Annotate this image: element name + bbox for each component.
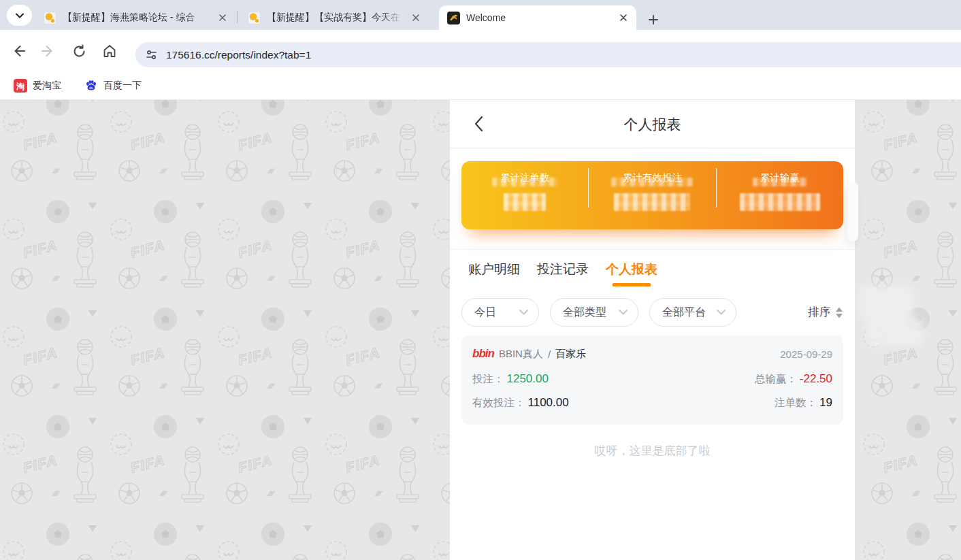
platform-filter-value: 全部平台 bbox=[662, 306, 706, 320]
censored-value bbox=[614, 193, 690, 211]
tab-title: 【新提醒】【实战有奖】今天在 bbox=[267, 12, 406, 24]
tab-bet-records[interactable]: 投注记录 bbox=[537, 250, 589, 289]
home-button[interactable] bbox=[97, 38, 123, 64]
plus-icon bbox=[649, 15, 658, 24]
bookmarks-bar: 淘 爱淘宝 du 百度一下 bbox=[0, 71, 961, 100]
forward-arrow-icon bbox=[41, 44, 56, 59]
tab-title: 【新提醒】海燕策略论坛 - 综合 bbox=[63, 12, 212, 24]
record-bet-row: 投注： 1250.00 总输赢： -22.50 bbox=[472, 372, 832, 386]
tab-welcome-active[interactable]: Welcome bbox=[439, 5, 636, 30]
winloss-label: 总输赢： bbox=[755, 372, 797, 386]
bookmark-label: 百度一下 bbox=[103, 80, 142, 92]
censored-area bbox=[859, 286, 913, 320]
type-filter-dropdown[interactable]: 全部类型 bbox=[550, 298, 638, 327]
censored-value bbox=[492, 178, 557, 186]
valid-bet-label: 有效投注： bbox=[472, 396, 525, 410]
forum-favicon-icon bbox=[248, 12, 261, 24]
record-separator: / bbox=[548, 348, 551, 360]
forward-button[interactable] bbox=[35, 38, 61, 64]
url-text: 175616.cc/reports/index?tab=1 bbox=[166, 49, 311, 61]
chevron-down-icon bbox=[16, 13, 24, 18]
record-header-row: bbin BBIN真人 / 百家乐 2025-09-29 bbox=[472, 347, 832, 361]
censored-value bbox=[753, 178, 807, 186]
chevron-down-icon bbox=[619, 310, 628, 315]
svg-text:du: du bbox=[89, 85, 93, 89]
filter-row: 今日 全部类型 全部平台 排序 bbox=[450, 289, 855, 335]
censored-area bbox=[866, 316, 923, 346]
svg-text:淘: 淘 bbox=[16, 81, 25, 90]
bet-count-label: 注单数： bbox=[775, 396, 817, 410]
stat-total-valid-bets: 累计有效投注 bbox=[589, 161, 715, 229]
censored-value bbox=[740, 193, 820, 211]
bbin-logo: bbin bbox=[472, 347, 494, 361]
summary-section: 累计注单数 累计有效投注 累计输赢 bbox=[450, 148, 855, 249]
next-card-peek[interactable] bbox=[847, 182, 858, 242]
censored-value bbox=[611, 178, 693, 186]
tab-divider bbox=[237, 11, 238, 23]
valid-bet-value: 1100.00 bbox=[528, 396, 569, 410]
browser-window: 【新提醒】海燕策略论坛 - 综合 【新提醒】【实战有奖】今天在 bbox=[0, 0, 961, 560]
bookmark-baidu[interactable]: du 百度一下 bbox=[79, 76, 147, 95]
stat-total-bets-count: 累计注单数 bbox=[461, 161, 588, 229]
page-content: FIFA bbox=[0, 100, 961, 560]
back-arrow-icon bbox=[11, 44, 26, 59]
bet-value: 1250.00 bbox=[507, 372, 549, 386]
tab-personal-report[interactable]: 个人报表 bbox=[606, 250, 657, 289]
tab-forum-2[interactable]: 【新提醒】【实战有奖】今天在 bbox=[240, 5, 429, 30]
tab-search-button[interactable] bbox=[7, 5, 32, 26]
home-icon bbox=[102, 44, 117, 59]
tab-close-icon[interactable] bbox=[410, 12, 422, 24]
record-valid-row: 有效投注： 1100.00 注单数： 19 bbox=[472, 396, 832, 410]
tab-title: Welcome bbox=[466, 12, 613, 23]
back-chevron-button[interactable] bbox=[469, 115, 488, 134]
tab-close-icon[interactable] bbox=[617, 12, 630, 24]
reload-icon bbox=[72, 44, 86, 59]
bookmark-label: 爱淘宝 bbox=[33, 80, 61, 92]
reload-button[interactable] bbox=[66, 38, 92, 64]
tab-strip: 【新提醒】海燕策略论坛 - 综合 【新提醒】【实战有奖】今天在 bbox=[0, 0, 961, 30]
record-platform: BBIN真人 bbox=[499, 348, 543, 361]
sort-control[interactable]: 排序 bbox=[808, 305, 843, 320]
bottom-reached-note: 哎呀，这里是底部了啦 bbox=[450, 443, 855, 459]
winloss-value: -22.50 bbox=[800, 372, 832, 386]
site-settings-icon bbox=[146, 49, 157, 61]
records-list: bbin BBIN真人 / 百家乐 2025-09-29 投注： 1250.00 bbox=[450, 335, 855, 425]
bet-count-value: 19 bbox=[819, 396, 832, 410]
sort-label: 排序 bbox=[808, 305, 830, 320]
tab-close-icon[interactable] bbox=[216, 12, 229, 24]
new-tab-button[interactable] bbox=[644, 10, 663, 29]
record-date: 2025-09-29 bbox=[780, 348, 832, 360]
date-filter-dropdown[interactable]: 今日 bbox=[461, 298, 539, 327]
browser-toolbar: 175616.cc/reports/index?tab=1 bbox=[0, 30, 961, 71]
taobao-icon: 淘 bbox=[14, 79, 27, 93]
chevron-left-icon bbox=[474, 116, 483, 132]
gold-dragon-favicon-icon bbox=[447, 12, 460, 24]
record-game: 百家乐 bbox=[555, 348, 586, 361]
chevron-down-icon bbox=[717, 310, 726, 315]
platform-filter-dropdown[interactable]: 全部平台 bbox=[649, 298, 736, 327]
address-bar[interactable]: 175616.cc/reports/index?tab=1 bbox=[135, 42, 961, 67]
chevron-down-icon bbox=[519, 310, 528, 315]
report-nav-tabs: 账户明细 投注记录 个人报表 bbox=[450, 249, 855, 289]
bet-label: 投注： bbox=[472, 372, 504, 386]
report-header: 个人报表 bbox=[450, 100, 855, 148]
back-button[interactable] bbox=[5, 38, 31, 64]
bookmark-taobao[interactable]: 淘 爱淘宝 bbox=[8, 76, 67, 95]
type-filter-value: 全部类型 bbox=[563, 306, 606, 320]
sort-arrows-icon bbox=[835, 307, 843, 318]
censored-value bbox=[504, 193, 546, 211]
forum-favicon-icon bbox=[44, 12, 56, 24]
page-title: 个人报表 bbox=[450, 100, 855, 148]
baidu-paw-icon: du bbox=[84, 79, 98, 93]
stat-total-winloss: 累计输赢 bbox=[717, 161, 843, 229]
record-card[interactable]: bbin BBIN真人 / 百家乐 2025-09-29 投注： 1250.00 bbox=[461, 335, 843, 425]
tab-forum-1[interactable]: 【新提醒】海燕策略论坛 - 综合 bbox=[35, 5, 235, 30]
summary-stats-card: 累计注单数 累计有效投注 累计输赢 bbox=[461, 161, 843, 229]
date-filter-value: 今日 bbox=[474, 306, 496, 320]
tab-account-details[interactable]: 账户明细 bbox=[468, 250, 520, 289]
report-panel: 个人报表 累计注单数 累计有效投注 bbox=[450, 100, 855, 560]
